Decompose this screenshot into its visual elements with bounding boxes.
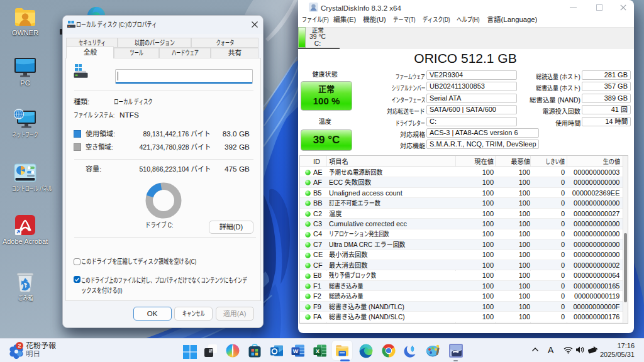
svg-text:W: W: [293, 348, 299, 354]
svg-text:X: X: [316, 348, 319, 354]
